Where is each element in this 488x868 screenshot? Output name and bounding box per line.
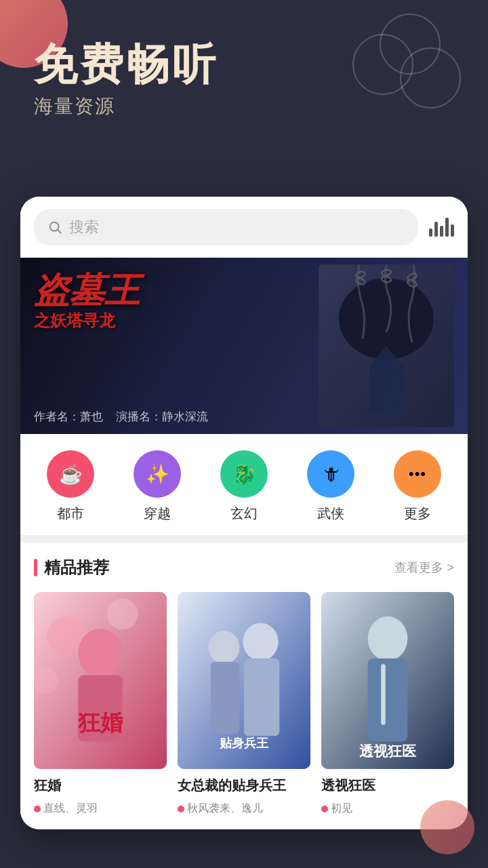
category-label-xuanhuan: 玄幻: [230, 505, 258, 523]
svg-rect-28: [368, 658, 408, 742]
banner-narrator: 演播名：静水深流: [116, 410, 208, 423]
book-item-1[interactable]: 狂婚 狂婚 直线、灵羽: [34, 592, 167, 816]
book-grid: 狂婚 狂婚 直线、灵羽: [34, 592, 454, 816]
title-bar-decoration: [34, 559, 37, 576]
book-cover-2: 贴身兵王: [178, 592, 310, 769]
category-label-wuxia: 武侠: [317, 505, 344, 523]
category-wuxia[interactable]: 🗡 武侠: [307, 450, 354, 523]
svg-text:贴身兵王: 贴身兵王: [219, 736, 269, 750]
book-author-2: 秋风袭来、逸儿: [178, 802, 310, 816]
search-input[interactable]: 搜索: [34, 209, 418, 245]
svg-rect-12: [378, 390, 388, 414]
category-icon-dushi: ☕: [47, 450, 94, 498]
app-background: 免费畅听 海量资源 搜索: [0, 0, 488, 868]
svg-text:狂婚: 狂婚: [77, 710, 123, 735]
banner-text: 盗墓王 之妖塔寻龙: [34, 271, 140, 332]
category-label-more: 更多: [404, 505, 431, 523]
svg-point-17: [78, 629, 122, 677]
banner[interactable]: 盗墓王 之妖塔寻龙 作者名：萧也 演播名：静水深流: [20, 258, 468, 434]
banner-subtitle: 之妖塔寻龙: [34, 310, 140, 332]
category-icon-more: •••: [394, 450, 441, 498]
hero-title: 免费畅听: [34, 41, 218, 88]
book-cover-3: 透视狂医: [321, 592, 454, 769]
svg-point-27: [368, 616, 408, 660]
search-icon: [47, 220, 62, 235]
book-name-1: 狂婚: [34, 776, 167, 795]
hero-subtitle: 海量资源: [34, 94, 218, 119]
category-dushi[interactable]: ☕ 都市: [47, 450, 94, 523]
svg-point-15: [107, 599, 138, 630]
book-name-2: 女总裁的贴身兵王: [178, 776, 310, 795]
recommend-header: 精品推荐 查看更多 >: [34, 557, 454, 578]
svg-rect-24: [211, 662, 239, 734]
svg-point-23: [209, 631, 240, 664]
mic-icon-3: [321, 806, 328, 812]
book-item-2[interactable]: 贴身兵王 女总裁的贴身兵王 秋风袭来、逸儿: [178, 592, 310, 816]
banner-author: 作者名：萧也: [34, 410, 103, 423]
svg-rect-22: [244, 658, 279, 736]
category-label-dushi: 都市: [57, 505, 84, 523]
banner-meta: 作者名：萧也 演播名：静水深流: [34, 409, 208, 425]
book-item-3[interactable]: 透视狂医 透视狂医 初见: [321, 592, 454, 816]
banner-title: 盗墓王: [34, 271, 140, 310]
hero-section: 免费畅听 海量资源: [34, 41, 218, 119]
category-icon-chuanyue: ✨: [134, 450, 181, 498]
categories-section: ☕ 都市 ✨ 穿越 🐉 玄幻 🗡 武侠 ••• 更多: [20, 434, 468, 535]
category-icon-xuanhuan: 🐉: [220, 450, 268, 498]
category-xuanhuan[interactable]: 🐉 玄幻: [220, 450, 268, 523]
see-more-button[interactable]: 查看更多 >: [394, 559, 454, 576]
book-name-3: 透视狂医: [321, 776, 454, 795]
search-placeholder: 搜索: [69, 217, 99, 237]
book-author-1: 直线、灵羽: [34, 802, 167, 816]
blob-decoration-bottom: [420, 800, 474, 854]
book-cover-1: 狂婚: [34, 592, 167, 769]
category-label-chuanyue: 穿越: [144, 505, 171, 523]
recommend-section: 精品推荐 查看更多 >: [20, 543, 468, 829]
svg-point-21: [243, 623, 278, 661]
category-icon-wuxia: 🗡: [307, 450, 354, 498]
banner-decoration: [319, 264, 454, 427]
svg-point-0: [50, 222, 59, 231]
svg-text:透视狂医: 透视狂医: [359, 743, 416, 759]
mic-icon-2: [178, 806, 184, 812]
recommend-title: 精品推荐: [44, 557, 109, 578]
mic-icon-1: [34, 806, 41, 812]
blob-circles-decoration: [352, 14, 461, 108]
category-more[interactable]: ••• 更多: [394, 450, 441, 523]
search-bar-area: 搜索: [20, 197, 468, 258]
recommend-title-wrap: 精品推荐: [34, 557, 109, 578]
svg-rect-29: [381, 664, 386, 725]
category-chuanyue[interactable]: ✨ 穿越: [134, 450, 181, 523]
section-divider: [20, 535, 468, 543]
equalizer-icon[interactable]: [429, 218, 454, 237]
svg-line-1: [58, 230, 61, 233]
phone-card: 搜索: [20, 197, 468, 829]
